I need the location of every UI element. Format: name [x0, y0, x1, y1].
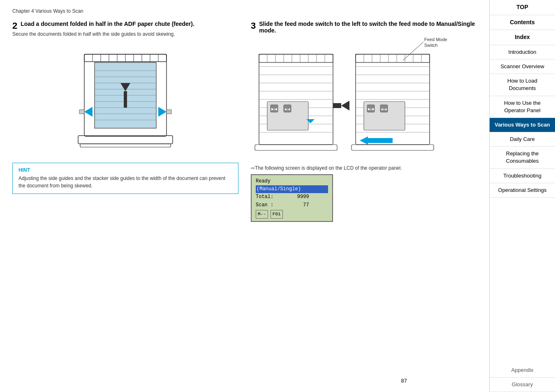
svg-rect-83 [352, 145, 434, 150]
svg-text:▶|◀: ▶|◀ [285, 108, 290, 111]
hint-box: HINT Adjusting the side guides and the s… [12, 163, 238, 194]
sidebar-contents[interactable]: Contents [490, 15, 555, 30]
scanner-illustration-right: ▶|◀ ▶|◀ [251, 38, 448, 161]
hint-text: Adjusting the side guides and the stacke… [18, 175, 232, 189]
sidebar-item-replacing[interactable]: Replacing the Consumables [490, 147, 555, 168]
lcd-line-4: Scan : 77 [256, 201, 328, 209]
svg-text:▶|◀: ▶|◀ [271, 107, 278, 111]
sidebar-glossary[interactable]: Glossary [490, 378, 555, 392]
svg-rect-30 [259, 54, 333, 62]
lcd-buttons: M-- F01 [256, 210, 328, 219]
sidebar-item-introduction[interactable]: Introduction [490, 45, 555, 60]
svg-rect-58 [356, 54, 430, 62]
svg-text:Switch: Switch [424, 43, 437, 48]
svg-text:▶|◀: ▶|◀ [382, 108, 387, 111]
step3-header: 3 Slide the feed mode switch to the left… [251, 21, 477, 34]
step3-column: 3 Slide the feed mode switch to the left… [251, 21, 477, 222]
lcd-line-2: (Manual/Single) [256, 185, 328, 193]
lcd-btn-m: M-- [256, 210, 268, 219]
svg-rect-25 [79, 110, 84, 114]
svg-rect-27 [78, 136, 173, 144]
svg-rect-56 [333, 103, 341, 108]
svg-text:▶|◀: ▶|◀ [368, 107, 374, 111]
step2-number: 2 [12, 21, 17, 31]
step2-column: 2 Load a document folded in half in the … [12, 21, 238, 222]
svg-rect-26 [166, 110, 171, 114]
step2-subtitle: Secure the documents folded in half with… [12, 31, 238, 37]
svg-marker-23 [84, 107, 92, 117]
step3-title: Slide the feed mode switch to the left t… [259, 21, 477, 34]
lcd-line-3: Total: 9999 [256, 193, 328, 201]
main-content: Chapter 4 Various Ways to Scan 2 Load a … [0, 0, 489, 392]
sidebar-item-operational-settings[interactable]: Operational Settings [490, 183, 555, 198]
step2-title: Load a document folded in half in the AD… [21, 21, 238, 27]
page-number: 87 [401, 378, 407, 384]
sidebar-top[interactable]: TOP [490, 0, 555, 15]
sidebar-item-scanner-overview[interactable]: Scanner Overview [490, 60, 555, 74]
svg-rect-54 [255, 145, 337, 150]
lcd-screen: Ready (Manual/Single) Total: 9999 Scan :… [251, 174, 333, 222]
svg-rect-82 [368, 138, 393, 143]
lcd-line-1: Ready [256, 178, 328, 185]
sidebar-item-various-ways[interactable]: Various Ways to Scan [490, 118, 555, 132]
sidebar-item-daily-care[interactable]: Daily Care [490, 132, 555, 147]
sidebar-spacer [490, 198, 555, 363]
svg-rect-28 [80, 144, 171, 147]
sidebar: TOP Contents Index Introduction Scanner … [489, 0, 555, 392]
svg-marker-55 [341, 101, 349, 111]
step3-number: 3 [251, 21, 256, 31]
svg-marker-24 [158, 107, 166, 117]
scanner-illustration-left [72, 42, 179, 157]
sidebar-appendix[interactable]: Appendix [490, 363, 555, 378]
svg-rect-22 [124, 91, 127, 108]
svg-text:Feed Mode: Feed Mode [424, 38, 447, 42]
breadcrumb: Chapter 4 Various Ways to Scan [12, 8, 477, 14]
hint-title: HINT [18, 167, 232, 173]
sidebar-item-operator-panel[interactable]: How to Use the Operator Panel [490, 96, 555, 118]
sidebar-item-how-to-load[interactable]: How to Load Documents [490, 74, 555, 96]
sidebar-index[interactable]: Index [490, 30, 555, 45]
svg-marker-81 [360, 136, 368, 145]
step2-header: 2 Load a document folded in half in the … [12, 21, 238, 27]
lcd-btn-f01: F01 [271, 210, 283, 219]
sidebar-item-troubleshooting[interactable]: Troubleshooting [490, 169, 555, 183]
